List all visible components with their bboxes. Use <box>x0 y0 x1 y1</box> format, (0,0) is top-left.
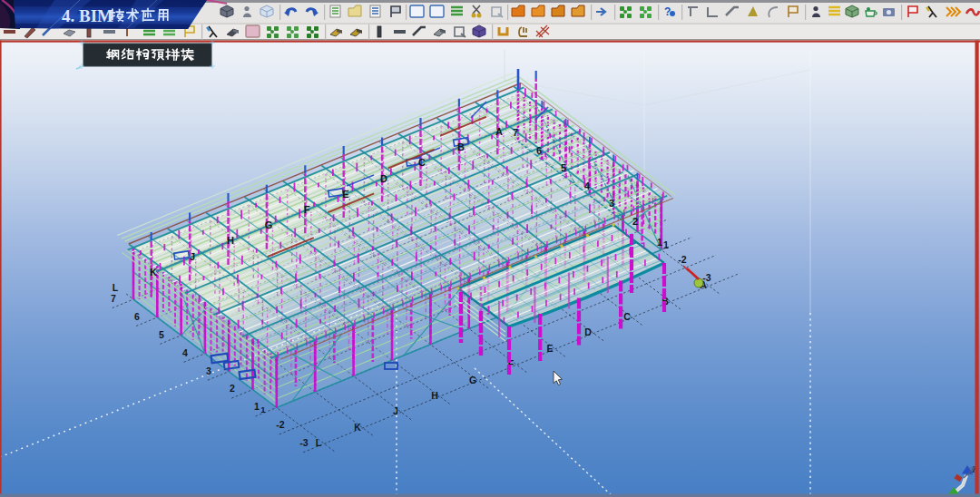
svg-text:D: D <box>380 173 387 184</box>
svg-text:3: 3 <box>206 365 211 376</box>
svg-text:4: 4 <box>182 347 188 358</box>
svg-text:4. BIM: 4. BIM <box>62 6 113 25</box>
svg-text:H: H <box>431 390 438 401</box>
svg-text:K: K <box>150 267 157 278</box>
svg-text:C: C <box>623 311 631 322</box>
svg-text:K: K <box>354 422 361 433</box>
svg-text:L: L <box>316 437 322 448</box>
svg-text:G: G <box>469 375 476 385</box>
svg-text:-2: -2 <box>678 254 686 265</box>
svg-text:C: C <box>418 157 426 168</box>
svg-text:E: E <box>546 343 553 354</box>
svg-text:-3: -3 <box>702 272 710 283</box>
svg-text:F: F <box>304 204 310 215</box>
svg-text:7: 7 <box>111 293 116 304</box>
svg-text:7: 7 <box>513 127 518 138</box>
svg-text:5: 5 <box>561 162 566 173</box>
svg-text:?: ? <box>664 5 671 18</box>
svg-text:2: 2 <box>230 383 235 394</box>
svg-text:5: 5 <box>159 329 164 340</box>
svg-text:3: 3 <box>609 198 614 209</box>
svg-text:6: 6 <box>134 311 140 322</box>
svg-text:1: 1 <box>657 237 662 248</box>
svg-text:1: 1 <box>254 401 260 412</box>
svg-text:D: D <box>584 326 592 337</box>
svg-text:B: B <box>457 141 465 152</box>
svg-text:A: A <box>495 126 503 137</box>
svg-text:L: L <box>113 282 119 293</box>
svg-text:4: 4 <box>584 180 591 191</box>
svg-text:-3: -3 <box>299 437 308 448</box>
svg-text:1: 1 <box>663 239 669 250</box>
svg-text:2: 2 <box>632 216 638 227</box>
svg-text:G: G <box>265 219 273 230</box>
svg-text:E: E <box>342 189 348 200</box>
svg-text:J: J <box>393 405 398 416</box>
svg-text:H: H <box>227 235 234 246</box>
svg-text:J: J <box>190 251 195 262</box>
svg-text:1: 1 <box>260 404 266 414</box>
svg-text:-2: -2 <box>276 419 284 430</box>
svg-text:6: 6 <box>536 145 542 156</box>
